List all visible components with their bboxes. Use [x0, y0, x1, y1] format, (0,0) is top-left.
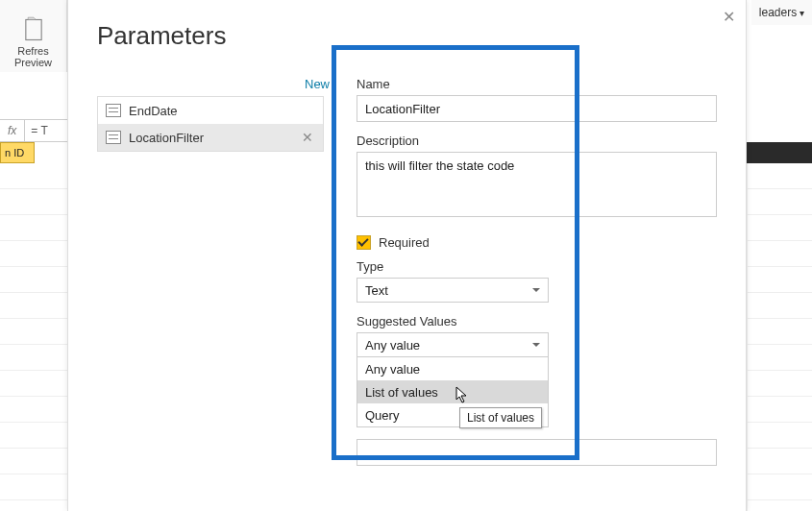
- parameters-dialog: ✕ Parameters New EndDate LocationFilter …: [67, 0, 747, 511]
- suggested-values-value: Any value: [365, 338, 420, 353]
- list-item[interactable]: EndDate: [98, 97, 323, 124]
- description-field[interactable]: this will filter the state code: [357, 152, 717, 217]
- dialog-title: Parameters: [68, 0, 746, 66]
- option-any-value[interactable]: Any value: [357, 357, 548, 380]
- close-button[interactable]: ✕: [719, 8, 738, 27]
- type-dropdown[interactable]: Text: [357, 278, 549, 303]
- dark-column-strip: [747, 142, 812, 163]
- name-label: Name: [357, 77, 717, 91]
- type-label: Type: [357, 259, 717, 274]
- ribbon-refresh-group: Refres Preview: [0, 0, 67, 72]
- column-header[interactable]: n ID: [0, 142, 35, 163]
- required-label: Required: [379, 235, 430, 250]
- suggested-values-dropdown[interactable]: Any value: [357, 332, 549, 357]
- formula-bar: fx = T: [0, 119, 67, 142]
- required-checkbox[interactable]: [357, 235, 371, 250]
- parameter-icon: [106, 104, 121, 117]
- parameter-icon: [106, 131, 121, 144]
- fx-label: fx: [0, 124, 24, 137]
- current-value-field[interactable]: [357, 439, 717, 466]
- parameter-name: LocationFilter: [129, 131, 204, 145]
- tooltip: List of values: [459, 407, 542, 428]
- suggested-values-label: Suggested Values: [357, 314, 717, 328]
- required-row[interactable]: Required: [357, 235, 717, 250]
- parameter-name: EndDate: [129, 104, 178, 118]
- type-value: Text: [365, 283, 388, 298]
- option-list-of-values[interactable]: List of values: [357, 380, 548, 403]
- refresh-icon: [20, 16, 47, 43]
- description-label: Description: [357, 134, 717, 148]
- fx-formula[interactable]: = T: [24, 120, 47, 141]
- refresh-label[interactable]: Refres Preview: [14, 45, 52, 68]
- parameter-list: EndDate LocationFilter ✕: [97, 96, 324, 152]
- name-field[interactable]: [357, 95, 717, 122]
- grid-rows-left: [0, 163, 67, 511]
- svg-rect-0: [25, 19, 40, 39]
- headers-dropdown[interactable]: leaders: [751, 0, 812, 25]
- new-parameter-link[interactable]: New: [305, 77, 330, 91]
- grid-rows-right: [747, 163, 812, 511]
- list-item[interactable]: LocationFilter ✕: [98, 124, 323, 151]
- delete-parameter-button[interactable]: ✕: [300, 130, 315, 145]
